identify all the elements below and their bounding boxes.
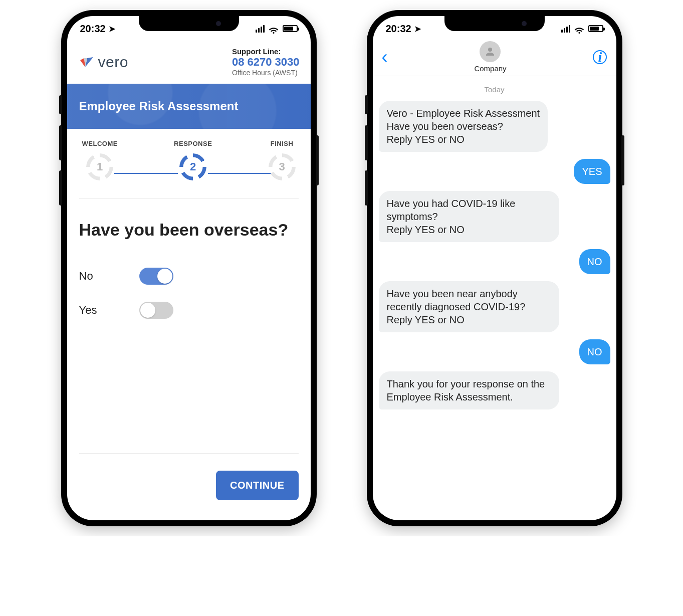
- messages-thread[interactable]: Today Vero - Employee Risk AssessmentHav…: [373, 76, 616, 417]
- step-response: RESPONSE 2: [174, 140, 212, 180]
- wifi-icon: [574, 25, 584, 32]
- brand-logo-icon: [78, 54, 94, 70]
- avatar-icon: [480, 41, 501, 62]
- wifi-icon: [269, 25, 279, 32]
- message-outgoing: YES: [574, 159, 610, 184]
- message-outgoing: NO: [579, 339, 610, 364]
- location-icon: ➤: [414, 24, 421, 34]
- phone-mockup-app: 20:32 ➤ vero: [61, 10, 317, 526]
- toggle-no[interactable]: [139, 268, 173, 285]
- brand-name: vero: [98, 54, 128, 71]
- brand-logo: vero: [78, 54, 128, 71]
- option-row-yes: Yes: [79, 302, 299, 319]
- message-incoming: Have you had COVID-19 like symptoms?Repl…: [379, 191, 559, 242]
- message-incoming: Have you been near anybody recently diag…: [379, 281, 559, 332]
- messages-header: ‹ Company i: [373, 38, 616, 76]
- back-button[interactable]: ‹: [382, 48, 388, 66]
- battery-icon: [283, 25, 298, 32]
- support-info: Support Line: 08 6270 3030 Office Hours …: [232, 47, 300, 77]
- message-incoming: Vero - Employee Risk AssessmentHave you …: [379, 101, 548, 152]
- hero-banner: Employee Risk Assessment: [67, 84, 311, 129]
- contact-name: Company: [474, 64, 506, 73]
- step-welcome: WELCOME 1: [82, 140, 118, 180]
- support-hours: Office Hours (AWST): [232, 69, 300, 77]
- option-label-no: No: [79, 270, 99, 283]
- app-header: vero Support Line: 08 6270 3030 Office H…: [67, 38, 311, 84]
- phone-notch: [139, 16, 239, 31]
- info-button[interactable]: i: [593, 50, 607, 64]
- cellular-icon: [256, 25, 265, 33]
- message-incoming: Thank you for your response on the Emplo…: [379, 371, 559, 409]
- status-time: 20:32: [386, 23, 411, 35]
- status-time: 20:32: [80, 23, 106, 35]
- battery-icon: [588, 25, 603, 32]
- continue-button[interactable]: CONTINUE: [216, 471, 298, 500]
- stepper: WELCOME 1 RESPONSE 2 FINISH: [79, 140, 299, 180]
- step-finish: FINISH 3: [269, 140, 296, 180]
- question-text: Have you been overseas?: [79, 219, 299, 241]
- toggle-yes[interactable]: [139, 302, 173, 319]
- location-icon: ➤: [109, 24, 115, 34]
- message-outgoing: NO: [579, 249, 610, 274]
- cellular-icon: [561, 25, 570, 33]
- option-row-no: No: [79, 268, 299, 285]
- contact[interactable]: Company: [474, 41, 506, 73]
- page-title: Employee Risk Assessment: [79, 99, 239, 113]
- thread-date: Today: [379, 85, 610, 94]
- support-phone[interactable]: 08 6270 3030: [232, 56, 300, 69]
- option-label-yes: Yes: [79, 304, 99, 317]
- support-heading: Support Line:: [232, 47, 300, 56]
- phone-notch: [444, 16, 545, 31]
- phone-mockup-messages: 20:32 ➤ ‹ Company i Today: [367, 10, 622, 526]
